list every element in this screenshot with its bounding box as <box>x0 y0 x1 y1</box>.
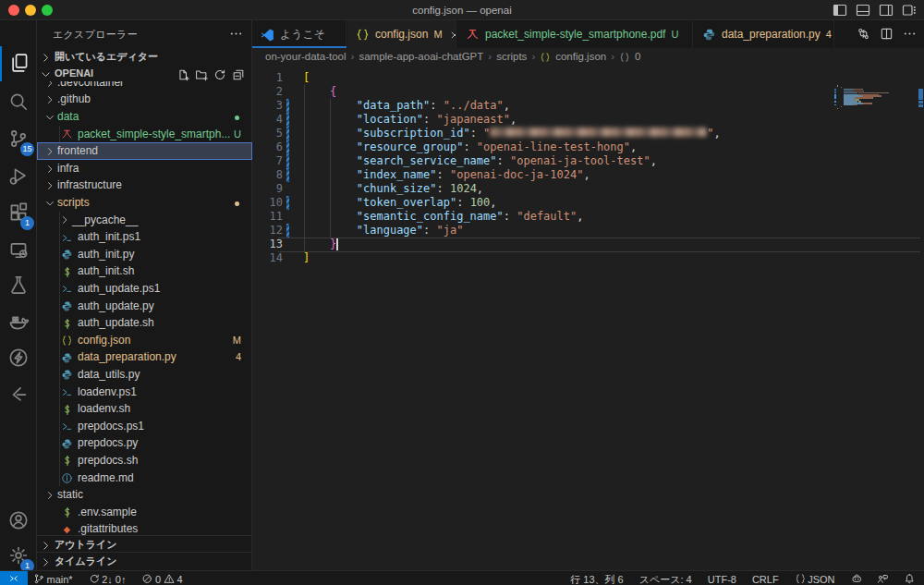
status-item-feedback[interactable] <box>877 571 891 585</box>
line-number: 13 <box>252 238 283 251</box>
tree-item-auth_update.ps1[interactable]: auth_update.ps1 <box>37 280 252 298</box>
tree-item-prepdocs.ps1[interactable]: prepdocs.ps1 <box>37 418 252 435</box>
code-editor[interactable]: 1[2 {3 "data_path": "../data",4 "locatio… <box>252 65 924 570</box>
tree-item-prepdocs.sh[interactable]: prepdocs.sh <box>37 452 252 469</box>
breadcrumb-item[interactable]: 0 <box>619 51 640 62</box>
breadcrumb-item[interactable]: scripts <box>496 51 527 62</box>
activity-bar-item-source-control[interactable]: 15 <box>0 122 37 157</box>
tab-label: ようこそ <box>280 28 325 41</box>
azure-icon <box>8 384 29 404</box>
tree-item-label: auth_init.ps1 <box>78 230 140 243</box>
status-item-encoding[interactable]: UTF-8 <box>708 571 739 585</box>
status-item-notifications[interactable] <box>904 571 918 585</box>
status-item-eol[interactable]: CRLF <box>752 571 782 585</box>
git-modified-gutter-mark <box>286 154 289 168</box>
tree-item-data[interactable]: data <box>37 108 252 126</box>
tree-item-readme.md[interactable]: readme.md <box>37 469 252 487</box>
refresh-explorer-icon[interactable] <box>213 66 226 82</box>
tree-item-.gitattributes[interactable]: .gitattributes <box>37 520 252 535</box>
tab-dirty-badge: M <box>433 29 442 40</box>
tree-item-label: config.json <box>78 334 130 347</box>
tree-item-prepdocs.py[interactable]: prepdocs.py <box>37 434 252 452</box>
toggle-primary-sidebar-icon[interactable] <box>833 3 847 18</box>
tree-item-data_preparation.py[interactable]: data_preparation.py4 <box>37 348 252 366</box>
tree-item-auth_init.sh[interactable]: auth_init.sh <box>37 262 252 280</box>
tree-item-loadenv.ps1[interactable]: loadenv.ps1 <box>37 384 252 401</box>
activity-bar-item-search[interactable] <box>0 85 37 120</box>
toggle-secondary-sidebar-icon[interactable] <box>879 3 894 18</box>
tree-item-loadenv.sh[interactable]: loadenv.sh <box>37 400 252 418</box>
chevron-right-icon <box>44 164 55 175</box>
status-item-language-mode[interactable]: JSON <box>795 571 838 585</box>
explorer-more-actions-icon[interactable] <box>229 27 243 41</box>
activity-bar-item-settings[interactable]: 1 <box>0 539 37 574</box>
tree-item-config.json[interactable]: config.jsonM <box>37 332 252 349</box>
tree-item-auth_update.sh[interactable]: auth_update.sh <box>37 314 252 332</box>
timeline-section[interactable]: タイムライン <box>37 552 252 568</box>
activity-bar-item-remote-explorer[interactable] <box>0 233 37 268</box>
breadcrumb-item[interactable]: sample-app-aoai-chatGPT <box>359 51 483 62</box>
tab-pdf[interactable]: packet_simple-style_smartphone.pdfU <box>457 20 693 48</box>
tab-config-json[interactable]: config.jsonM <box>347 20 456 48</box>
new-file-icon[interactable] <box>176 66 189 82</box>
tab-welcome[interactable]: ようこそ <box>252 20 346 48</box>
status-item-sync-status[interactable]: 2↓ 0↑ <box>89 571 129 585</box>
new-folder-icon[interactable] <box>195 66 208 82</box>
tree-item-frontend[interactable]: frontend <box>37 142 252 160</box>
activity-bar-item-run-debug[interactable] <box>0 159 37 194</box>
status-item-text: 0 <box>155 572 161 585</box>
workspace-section-openai[interactable]: OPENAI <box>37 65 252 81</box>
open-editors-section[interactable]: 開いているエディター <box>37 48 252 65</box>
tab-data-preparation[interactable]: data_preparation.py4 <box>694 20 834 48</box>
redacted-subscription-id <box>490 128 707 137</box>
tree-item-static[interactable]: static <box>37 486 252 504</box>
tree-item-label: infra <box>57 162 79 175</box>
tree-item-infrastructure[interactable]: infrastructure <box>37 177 252 194</box>
powershell-icon <box>61 232 73 244</box>
activity-bar-item-testing[interactable] <box>0 268 37 303</box>
toggle-panel-icon[interactable] <box>856 3 870 18</box>
activity-bar-item-azure-functions[interactable] <box>0 341 37 376</box>
line-number: 9 <box>252 182 283 196</box>
status-item-cursor-position[interactable]: 行 13、列 6 <box>570 571 626 585</box>
breadcrumb-item[interactable]: config.json <box>540 51 606 62</box>
customize-layout-icon[interactable] <box>902 3 917 18</box>
collapse-folders-icon[interactable] <box>232 66 245 82</box>
activity-bar-item-docker[interactable] <box>0 305 37 340</box>
more-actions-icon[interactable] <box>903 27 917 41</box>
tree-item-packet_simple-style_smartph...[interactable]: packet_simple-style_smartph...U <box>37 126 252 143</box>
tree-item-.github[interactable]: .github <box>37 91 252 108</box>
chevron-right-icon <box>44 81 55 89</box>
tree-item-label: data_preparation.py <box>78 350 176 363</box>
split-editor-icon[interactable] <box>880 27 894 41</box>
tree-item-.env.sample[interactable]: .env.sample <box>37 504 252 521</box>
tree-item-__pycache__[interactable]: __pycache__ <box>37 212 252 229</box>
chevron-right-icon <box>44 180 55 191</box>
open-changes-icon <box>857 27 870 41</box>
remote-indicator[interactable] <box>0 571 28 585</box>
status-item-git-branch[interactable]: main* <box>33 571 76 585</box>
open-changes-icon[interactable] <box>857 27 870 41</box>
breadcrumb-label: sample-app-aoai-chatGPT <box>359 51 483 62</box>
code-text: { <box>303 85 336 99</box>
breadcrumb-item[interactable]: on-your-data-tool <box>265 51 346 62</box>
status-item-copilot[interactable] <box>851 571 865 585</box>
tree-item-data_utils.py[interactable]: data_utils.py <box>37 366 252 384</box>
status-item-indentation[interactable]: スペース: 4 <box>639 571 695 585</box>
activity-bar-item-extensions[interactable]: 1 <box>0 196 37 231</box>
tree-item-auth_init.py[interactable]: auth_init.py <box>37 246 252 263</box>
chevron-right-icon <box>44 490 55 501</box>
tree-item-.devcontainer[interactable]: .devcontainer <box>37 81 252 91</box>
tree-item-infra[interactable]: infra <box>37 160 252 177</box>
activity-bar-item-azure[interactable] <box>0 377 37 412</box>
activity-bar-item-account[interactable] <box>0 504 37 539</box>
outline-section[interactable]: アウトライン <box>37 535 252 552</box>
close-tab-icon[interactable] <box>449 28 456 41</box>
tree-item-auth_update.py[interactable]: auth_update.py <box>37 298 252 315</box>
tree-item-auth_init.ps1[interactable]: auth_init.ps1 <box>37 228 252 246</box>
git-modified-gutter-mark <box>286 140 289 154</box>
tree-item-scripts[interactable]: scripts <box>37 194 252 212</box>
status-item-problems[interactable]: 04 <box>141 571 185 585</box>
docker-icon <box>8 311 29 332</box>
activity-bar-item-explorer[interactable] <box>0 46 37 81</box>
